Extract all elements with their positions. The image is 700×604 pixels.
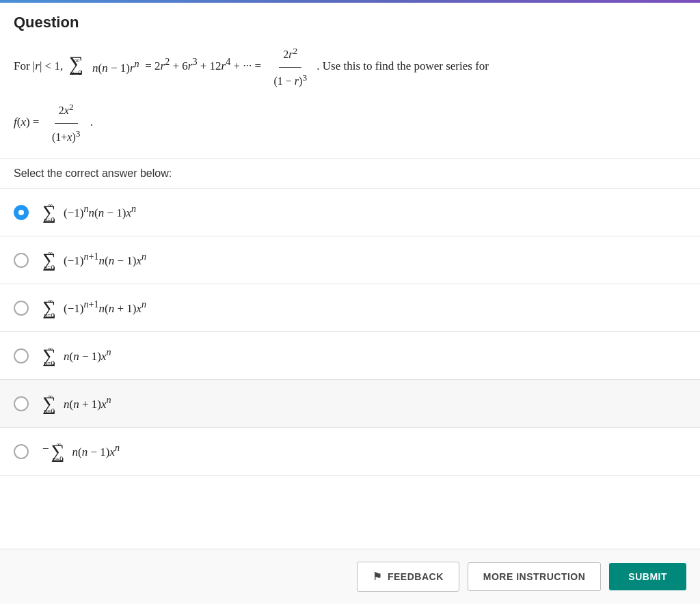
select-prompt: Select the correct answer below: bbox=[0, 159, 700, 189]
radio-d[interactable] bbox=[14, 348, 29, 363]
option-math-d: ∞ ∑ n=0 n(n − 1)xn bbox=[42, 346, 111, 366]
option-math-b: ∞ ∑ n=0 (−1)n+1n(n − 1)xn bbox=[42, 251, 146, 270]
sigma-notation: ∞ ∑ n=0 n(n − 1)rn bbox=[69, 53, 139, 81]
radio-a[interactable] bbox=[14, 205, 29, 220]
option-row-c[interactable]: ∞ ∑ n=0 (−1)n+1n(n + 1)xn bbox=[0, 284, 700, 332]
radio-f[interactable] bbox=[14, 444, 29, 459]
option-row-e[interactable]: ∞ ∑ n=0 n(n + 1)xn bbox=[0, 380, 700, 428]
radio-c[interactable] bbox=[14, 301, 29, 316]
option-row-d[interactable]: ∞ ∑ n=0 n(n − 1)xn bbox=[0, 332, 700, 380]
option-math-c: ∞ ∑ n=0 (−1)n+1n(n + 1)xn bbox=[42, 299, 146, 318]
page-container: Question For |r| < 1, ∞ ∑ n=0 n(n − 1)rn… bbox=[0, 3, 700, 530]
option-row-b[interactable]: ∞ ∑ n=0 (−1)n+1n(n − 1)xn bbox=[0, 236, 700, 284]
radio-b[interactable] bbox=[14, 253, 29, 268]
option-row-a[interactable]: ∞ ∑ n=0 (−1)nn(n − 1)xn bbox=[0, 189, 700, 236]
option-math-e: ∞ ∑ n=0 n(n + 1)xn bbox=[42, 394, 111, 413]
radio-e[interactable] bbox=[14, 396, 29, 411]
fraction-2: 2x2 (1+x)3 bbox=[48, 97, 84, 149]
options-container: ∞ ∑ n=0 (−1)nn(n − 1)xn ∞ ∑ n=0 bbox=[0, 189, 700, 476]
option-row-f[interactable]: − ∞ ∑ n=0 n(n − 1)xn bbox=[0, 428, 700, 476]
question-text-intro: For |r| < 1, bbox=[14, 59, 66, 72]
page-title: Question bbox=[14, 14, 686, 31]
option-math-a: ∞ ∑ n=0 (−1)nn(n − 1)xn bbox=[42, 203, 136, 222]
option-math-f: − ∞ ∑ n=0 n(n − 1)xn bbox=[42, 442, 120, 461]
fraction-1: 2r2 (1 − r)3 bbox=[270, 41, 312, 93]
question-header: Question For |r| < 1, ∞ ∑ n=0 n(n − 1)rn… bbox=[0, 3, 700, 159]
question-body: For |r| < 1, ∞ ∑ n=0 n(n − 1)rn = 2r2 + … bbox=[14, 41, 686, 149]
